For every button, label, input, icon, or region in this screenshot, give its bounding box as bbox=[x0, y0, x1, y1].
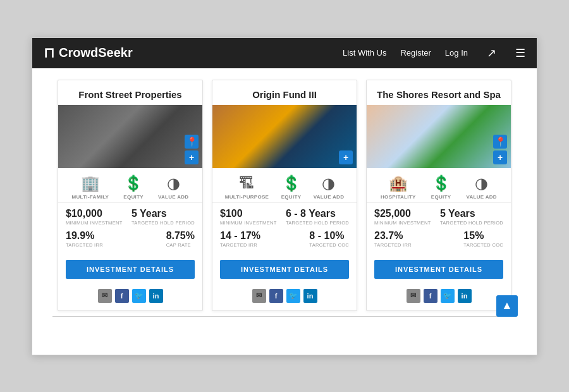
stat-irr-of: 14 - 17% Targeted IRR bbox=[220, 230, 260, 248]
stat-label-irr-sr: Targeted IRR bbox=[374, 242, 412, 248]
equity-icon-3: 💲 bbox=[432, 175, 451, 192]
stat-min-investment-of: $100 Minimum Investment bbox=[220, 208, 277, 226]
icon-label-valueadd-1: Value Add bbox=[158, 194, 188, 200]
stat-hold-period-of: 6 - 8 Years Targeted Hold Period bbox=[286, 208, 349, 226]
logo[interactable]: ⊓ CrowdSeekr bbox=[44, 45, 343, 61]
stat-value-cap-fs: 8.75% bbox=[166, 230, 195, 242]
card-origin-fund: Origin Fund III + 🏗 Multi-Purpose 💲 Equi… bbox=[212, 80, 357, 311]
stat-label-hold-of: Targeted Hold Period bbox=[286, 220, 349, 226]
stat-coc-sr: 15% Targeted COC bbox=[463, 230, 503, 248]
card-icons-shores-resort: 🏨 Hospitality 💲 Equity ◑ Value Add bbox=[367, 168, 511, 203]
image-overlay-front-street: 📍 + bbox=[185, 135, 199, 164]
stat-label-cap-fs: Cap Rate bbox=[166, 242, 195, 248]
card-title-front-street: Front Street Properties bbox=[58, 80, 202, 105]
icon-label-multipurpose: Multi-Purpose bbox=[225, 194, 269, 200]
menu-icon[interactable]: ☰ bbox=[515, 46, 525, 60]
location-btn-shores[interactable]: 📍 bbox=[493, 135, 507, 149]
stat-hold-period-sr: 5 Years Targeted Hold Period bbox=[440, 208, 503, 226]
social-facebook-fs[interactable]: f bbox=[115, 289, 129, 303]
stat-row-2-fs: 19.9% Targeted IRR 8.75% Cap Rate bbox=[66, 230, 195, 248]
card-icons-origin-fund: 🏗 Multi-Purpose 💲 Equity ◑ Value Add bbox=[212, 168, 357, 203]
social-linkedin-sr[interactable]: in bbox=[458, 289, 472, 303]
icon-multifamily: 🏢 Multi-Family bbox=[72, 175, 109, 200]
valueadd-icon-3: ◑ bbox=[475, 175, 488, 192]
plus-btn-front-street[interactable]: + bbox=[185, 150, 199, 164]
image-overlay-origin-fund: + bbox=[339, 150, 353, 164]
stat-min-investment-sr: $25,000 Minimum Investment bbox=[374, 208, 431, 226]
cards-row: Front Street Properties 📍 + 🏢 Multi-Fami… bbox=[42, 80, 527, 311]
stat-row-1-sr: $25,000 Minimum Investment 5 Years Targe… bbox=[374, 208, 503, 226]
stat-label-coc-sr: Targeted COC bbox=[463, 242, 503, 248]
icon-equity-3: 💲 Equity bbox=[431, 175, 451, 200]
navbar-links: List With Us Register Log In ↗ ☰ bbox=[343, 46, 525, 60]
icon-valueadd-2: ◑ Value Add bbox=[314, 175, 344, 200]
invest-btn-shores-resort[interactable]: INVESTMENT DETAILS bbox=[374, 260, 503, 279]
stat-value-hold-sr: 5 Years bbox=[440, 208, 503, 219]
invest-btn-front-street[interactable]: INVESTMENT DETAILS bbox=[66, 260, 195, 279]
stat-hold-period-fs: 5 Years Targeted Hold Period bbox=[132, 208, 195, 226]
image-overlay-shores: 📍 + bbox=[493, 135, 507, 164]
stat-value-coc-sr: 15% bbox=[463, 230, 503, 242]
icon-multipurpose: 🏗 Multi-Purpose bbox=[225, 175, 269, 200]
stat-label-irr-fs: Targeted IRR bbox=[66, 242, 103, 248]
social-twitter-of[interactable]: 🐦 bbox=[286, 289, 300, 303]
social-linkedin-of[interactable]: in bbox=[303, 289, 317, 303]
stat-label-hold-sr: Targeted Hold Period bbox=[440, 220, 503, 226]
invest-btn-origin-fund[interactable]: INVESTMENT DETAILS bbox=[220, 260, 349, 279]
stat-row-2-sr: 23.7% Targeted IRR 15% Targeted COC bbox=[374, 230, 503, 248]
social-email-fs[interactable]: ✉ bbox=[98, 289, 112, 303]
stat-value-hold-of: 6 - 8 Years bbox=[286, 208, 349, 219]
icon-label-equity-1: Equity bbox=[123, 194, 144, 200]
icon-label-valueadd-3: Value Add bbox=[466, 194, 496, 200]
nav-register[interactable]: Register bbox=[400, 48, 431, 58]
stat-min-investment-fs: $10,000 Minimum Investment bbox=[66, 208, 123, 226]
card-image-origin-fund[interactable]: + bbox=[212, 105, 357, 168]
plus-btn-origin-fund[interactable]: + bbox=[339, 150, 353, 164]
scroll-to-top-button[interactable]: ▲ bbox=[496, 295, 518, 317]
stat-label-hold-fs: Targeted Hold Period bbox=[132, 220, 195, 226]
social-linkedin-fs[interactable]: in bbox=[149, 289, 163, 303]
icon-valueadd-1: ◑ Value Add bbox=[158, 175, 188, 200]
stat-label-coc-of: Targeted COC bbox=[309, 242, 349, 248]
card-image-shores-resort[interactable]: 📍 + bbox=[367, 105, 511, 168]
stat-value-hold-fs: 5 Years bbox=[132, 208, 195, 219]
stat-label-min-fs: Minimum Investment bbox=[66, 220, 123, 226]
social-twitter-fs[interactable]: 🐦 bbox=[132, 289, 146, 303]
icon-label-equity-2: Equity bbox=[281, 194, 302, 200]
location-btn-front-street[interactable]: 📍 bbox=[185, 135, 199, 149]
icon-hospitality: 🏨 Hospitality bbox=[381, 175, 416, 200]
stat-label-min-of: Minimum Investment bbox=[220, 220, 277, 226]
stat-value-min-fs: $10,000 bbox=[66, 208, 123, 219]
equity-icon-2: 💲 bbox=[282, 175, 301, 192]
nav-list-with-us[interactable]: List With Us bbox=[343, 48, 386, 58]
building-icon: 🏢 bbox=[81, 175, 100, 192]
logo-icon: ⊓ bbox=[44, 45, 54, 61]
main-content: Front Street Properties 📍 + 🏢 Multi-Fami… bbox=[32, 68, 537, 336]
plus-btn-shores[interactable]: + bbox=[493, 150, 507, 164]
card-stats-front-street: $10,000 Minimum Investment 5 Years Targe… bbox=[58, 203, 202, 255]
social-email-of[interactable]: ✉ bbox=[252, 289, 266, 303]
nav-log-in[interactable]: Log In bbox=[445, 48, 468, 58]
stat-irr-fs: 19.9% Targeted IRR bbox=[66, 230, 103, 248]
icon-label-equity-3: Equity bbox=[431, 194, 451, 200]
icon-valueadd-3: ◑ Value Add bbox=[466, 175, 496, 200]
social-facebook-sr[interactable]: f bbox=[424, 289, 437, 303]
social-facebook-of[interactable]: f bbox=[269, 289, 283, 303]
social-email-sr[interactable]: ✉ bbox=[407, 289, 420, 303]
card-image-front-street[interactable]: 📍 + bbox=[58, 105, 202, 168]
icon-equity-1: 💲 Equity bbox=[123, 175, 144, 200]
stat-value-coc-of: 8 - 10% bbox=[309, 230, 349, 242]
stat-row-2-of: 14 - 17% Targeted IRR 8 - 10% Targeted C… bbox=[220, 230, 349, 248]
share-icon[interactable]: ↗ bbox=[487, 46, 496, 60]
bottom-space bbox=[32, 336, 537, 355]
card-title-shores-resort: The Shores Resort and Spa bbox=[367, 80, 511, 105]
stat-irr-sr: 23.7% Targeted IRR bbox=[374, 230, 412, 248]
icon-equity-2: 💲 Equity bbox=[281, 175, 302, 200]
icon-label-multifamily: Multi-Family bbox=[72, 194, 109, 200]
valueadd-icon-2: ◑ bbox=[322, 175, 335, 192]
card-shores-resort: The Shores Resort and Spa 📍 + 🏨 Hospital… bbox=[366, 80, 511, 311]
stat-row-1-of: $100 Minimum Investment 6 - 8 Years Targ… bbox=[220, 208, 349, 226]
equity-icon-1: 💲 bbox=[124, 175, 143, 192]
social-twitter-sr[interactable]: 🐦 bbox=[441, 289, 455, 303]
social-row-shores-resort: ✉ f 🐦 in bbox=[367, 285, 511, 310]
